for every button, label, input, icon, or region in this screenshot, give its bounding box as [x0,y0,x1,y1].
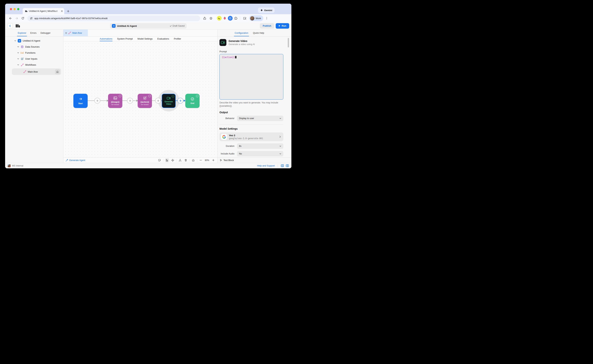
reload-button[interactable] [20,15,26,21]
tab-configuration[interactable]: Configuration [235,30,248,36]
add-block-button[interactable] [155,98,161,104]
tree-item-data-sources[interactable]: Data Sources [5,44,63,50]
behavior-select[interactable]: Display to user [237,116,283,121]
tab-profiler[interactable]: Profiler [174,37,181,41]
workflow-icon [68,32,71,34]
extension-strawberry-icon[interactable] [222,16,227,21]
address-bar[interactable]: app.mindstudio.ai/agents/6cb0ff4f-5af9-4… [27,15,200,21]
configuration-panel: Configuration Quick Help Generate Video … [217,30,291,163]
generate-agent-button[interactable]: Generate Agent [66,159,85,162]
new-tab-button[interactable] [65,8,71,14]
tab-quick-help[interactable]: Quick Help [253,30,264,36]
collapse-node-icon[interactable] [172,95,174,98]
gemini-button[interactable]: Gemini [258,7,275,13]
add-block-button[interactable] [94,98,100,104]
mindstudio-logo[interactable] [15,24,20,28]
chevron-down-icon[interactable] [17,58,19,60]
panel-scrollbar[interactable] [288,38,289,47]
chevron-down-icon[interactable] [17,46,19,48]
prompt-input[interactable]: {{action}} [220,54,283,100]
collapse-node-icon[interactable] [148,95,151,98]
delete-tool[interactable] [184,158,188,162]
forward-button[interactable] [14,15,19,21]
tab-errors[interactable]: Errors [30,30,37,36]
workflow-graph[interactable]: Start {{image}} Set Variable [63,41,217,157]
node-set-variable-image[interactable]: {{image}} Set Variable [108,94,122,108]
fit-home-tool[interactable] [191,158,195,162]
edge [100,100,107,101]
browser-menu-icon[interactable] [264,15,269,21]
close-tab-icon[interactable] [61,10,63,12]
tab-debugger[interactable]: Debugger [40,30,51,36]
agent-title-bar[interactable]: AI Untitled AI Agent Draft Saved [110,23,187,29]
add-block-button[interactable] [127,98,133,104]
tab-search-icon[interactable] [242,15,247,21]
minimize-window-button[interactable] [13,8,16,10]
browser-tab[interactable]: Untitled AI Agent | MindStudi [23,8,64,14]
back-button[interactable] [8,15,13,21]
tree-item-user-inputs[interactable]: User Inputs [5,56,63,62]
node-end[interactable]: End [185,94,200,108]
chevron-down-icon[interactable] [14,40,16,42]
collapse-node-icon[interactable] [119,95,121,98]
tab-evaluations[interactable]: Evaluations [157,37,169,41]
generate-video-block-icon [220,39,227,46]
workspace-avatar[interactable] [8,164,11,167]
model-selector[interactable]: Veo 3 google/veo-3.0-generate-001 [220,132,283,141]
tree-item-workflows[interactable]: Workflows [5,62,63,68]
output-heading: Output [220,111,283,114]
home-button[interactable] [55,69,60,74]
tree-item-main-flow[interactable]: Main.flow [12,68,61,75]
workspace-name: MS Internal [12,164,23,167]
extensions-puzzle-icon[interactable] [233,16,238,21]
tab-system-prompt[interactable]: System Prompt [117,37,133,41]
select-tool[interactable] [165,158,169,162]
edge [122,100,127,101]
node-start[interactable]: Start [73,94,88,108]
share-icon[interactable] [202,15,207,21]
bookmark-star-icon[interactable] [208,15,214,21]
toggle-panel-right-icon[interactable] [281,164,284,167]
collapse-node-icon[interactable] [196,95,199,98]
pan-tool[interactable] [171,158,175,162]
duration-select[interactable]: 8s [237,143,283,149]
extension-1password-icon[interactable] [228,16,233,21]
main-content: Explorer Errors Debugger AI Untitled AI … [5,30,291,163]
node-set-variable-action[interactable]: {{action}} Set Variable [138,94,152,108]
extension-banana-icon[interactable] [217,16,222,21]
chevron-down-icon[interactable] [17,64,19,66]
tab-model-settings[interactable]: Model Settings [138,37,153,41]
site-settings-icon[interactable] [30,17,33,20]
app-back-button[interactable] [7,23,13,28]
tab-automations[interactable]: Automations [100,37,112,41]
browser-profile-button[interactable]: Work [249,15,263,21]
include-audio-select[interactable]: No [237,151,283,156]
statusbar-divider [278,164,278,167]
magic-pen-icon [66,159,68,162]
macos-window-controls[interactable] [5,6,23,12]
test-block-button[interactable]: Test Block [218,157,291,163]
node-generate-video[interactable]: Generate Video [162,94,176,108]
auto-layout-tool[interactable] [178,158,182,162]
add-note-tool[interactable] [158,158,162,162]
tree-item-agent-root[interactable]: AI Untitled AI Agent [5,38,63,44]
duration-row: Duration 8s [220,143,283,149]
zoom-in-button[interactable] [211,158,215,162]
tree-item-label: Workflows [25,64,36,66]
zoom-out-button[interactable] [199,158,203,162]
model-name: Veo 3 [229,134,263,137]
add-block-button-active[interactable] [177,98,183,104]
close-tab-icon[interactable] [65,32,67,34]
toggle-panel-left-icon[interactable] [286,164,289,167]
zoom-level[interactable]: 80% [205,159,210,162]
run-button[interactable]: Run [276,23,289,29]
help-and-support-link[interactable]: Help and Support [257,164,275,167]
browser-tab-strip: Untitled AI Agent | MindStudi Gemini [5,4,291,14]
maximize-window-button[interactable] [17,8,19,10]
publish-button[interactable]: Publish [260,23,274,29]
file-tab-main-flow[interactable]: Main.flow [63,30,88,36]
tree-item-functions[interactable]: (x) Functions [5,50,63,56]
close-window-button[interactable] [10,8,12,10]
chevron-down-icon[interactable] [17,52,19,54]
tab-explorer[interactable]: Explorer [18,30,26,36]
